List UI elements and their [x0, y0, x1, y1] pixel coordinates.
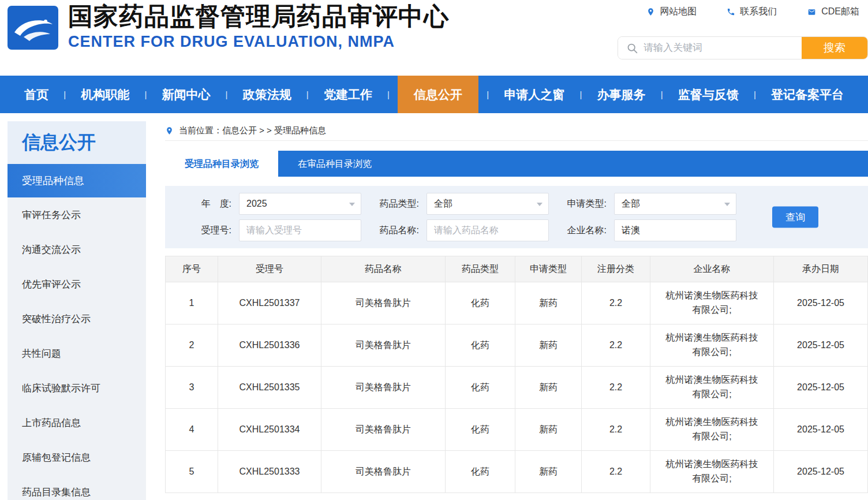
- nav-separator: |: [306, 89, 309, 99]
- accept-no-input[interactable]: [239, 219, 361, 241]
- header-link-3[interactable]: CDE邮箱: [807, 6, 859, 18]
- nav-separator: |: [487, 89, 489, 99]
- header-link-label: 网站地图: [660, 6, 697, 18]
- header-link-2[interactable]: 联系我们: [727, 6, 777, 18]
- drug-name-filter: 药品名称:: [361, 219, 549, 241]
- nav-item-8[interactable]: 办事服务: [590, 76, 653, 113]
- tab-bar: 受理品种目录浏览在审品种目录浏览: [165, 151, 868, 177]
- sidebar-item-3[interactable]: 沟通交流公示: [8, 232, 146, 267]
- table-row: 2CXHL2501336司美格鲁肽片化药新药2.2杭州诺澳生物医药科技有限公司;…: [166, 324, 868, 367]
- nav-separator: |: [63, 89, 66, 99]
- sidebar-item-10[interactable]: 药品目录集信息: [8, 475, 146, 500]
- drug-name-input[interactable]: [426, 219, 549, 241]
- table-cell: 司美格鲁肽片: [321, 282, 446, 324]
- nav-item-3[interactable]: 新闻中心: [155, 76, 217, 113]
- search-button[interactable]: 搜索: [802, 37, 867, 59]
- year-select[interactable]: 2025: [239, 193, 361, 215]
- apply-type-select-value: 全部: [622, 198, 640, 210]
- table-header-6: 注册分类: [582, 256, 650, 282]
- sidebar-item-2[interactable]: 审评任务公示: [8, 197, 146, 232]
- chevron-down-icon: [724, 203, 730, 206]
- nav-item-4[interactable]: 政策法规: [236, 76, 298, 113]
- sidebar-item-8[interactable]: 上市药品信息: [8, 405, 146, 440]
- sidebar-title: 信息公开: [8, 121, 146, 164]
- accept-no-filter: 受理号:: [165, 219, 361, 241]
- table-cell: CXHL2501335: [218, 367, 321, 409]
- header-link-label: 联系我们: [740, 6, 777, 18]
- breadcrumb-text: 当前位置：信息公开 > > 受理品种信息: [179, 125, 326, 136]
- table-header-row: 序号受理号药品名称药品类型申请类型注册分类企业名称承办日期: [166, 256, 868, 282]
- table-cell: 化药: [446, 282, 515, 324]
- breadcrumb: 当前位置：信息公开 > > 受理品种信息: [165, 121, 868, 141]
- site-logo: [8, 6, 58, 50]
- table-cell: 2: [166, 324, 218, 367]
- table-cell: 杭州诺澳生物医药科技有限公司;: [650, 367, 774, 409]
- table-cell: 化药: [446, 451, 515, 493]
- table-cell: CXHL2501334: [218, 409, 321, 451]
- table-cell: 新药: [515, 282, 582, 324]
- filter-row-2: 受理号: 药品名称: 企业名称:: [165, 219, 868, 241]
- year-select-value: 2025: [246, 199, 267, 209]
- tab-2[interactable]: 在审品种目录浏览: [278, 151, 391, 177]
- results-table: 序号受理号药品名称药品类型申请类型注册分类企业名称承办日期 1CXHL25013…: [165, 256, 868, 493]
- table-cell: 2.2: [582, 451, 650, 493]
- drug-type-select[interactable]: 全部: [426, 193, 549, 215]
- tab-1[interactable]: 受理品种目录浏览: [165, 151, 278, 177]
- table-cell: 2.2: [582, 367, 650, 409]
- table-cell: 2.2: [582, 324, 650, 367]
- apply-type-label: 申请类型:: [549, 198, 614, 210]
- sidebar-item-6[interactable]: 共性问题: [8, 336, 146, 371]
- sidebar-item-1[interactable]: 受理品种信息: [8, 164, 146, 197]
- nav-item-7[interactable]: 申请人之窗: [497, 76, 571, 113]
- nav-item-10[interactable]: 登记备案平台: [764, 76, 851, 113]
- company-input[interactable]: [614, 219, 736, 241]
- table-cell: 新药: [515, 324, 582, 367]
- sidebar-items: 受理品种信息审评任务公示沟通交流公示优先审评公示突破性治疗公示共性问题临床试验默…: [8, 164, 146, 500]
- title-block: 国家药品监督管理局药品审评中心 CENTER FOR DRUG EVALUATI…: [68, 2, 449, 51]
- sidebar-item-4[interactable]: 优先审评公示: [8, 267, 146, 301]
- query-button[interactable]: 查询: [772, 207, 818, 228]
- table-cell: CXHL2501333: [218, 451, 321, 493]
- chevron-down-icon: [537, 203, 542, 206]
- nav-item-2[interactable]: 机构职能: [74, 76, 136, 113]
- company-filter: 企业名称:: [549, 219, 736, 241]
- cde-logo-icon: [8, 6, 58, 50]
- table-header-8: 承办日期: [774, 256, 868, 282]
- year-filter: 年 度: 2025: [165, 193, 361, 215]
- table-cell: 2.2: [582, 409, 650, 451]
- nav-item-5[interactable]: 党建工作: [317, 76, 379, 113]
- table-header-2: 受理号: [218, 256, 321, 282]
- envelope-icon: [807, 8, 817, 16]
- drug-type-filter: 药品类型: 全部: [361, 193, 549, 215]
- nav-item-1[interactable]: 首页: [17, 76, 55, 113]
- table-cell: 杭州诺澳生物医药科技有限公司;: [650, 451, 774, 493]
- sidebar-item-9[interactable]: 原辅包登记信息: [8, 440, 146, 475]
- nav-item-6[interactable]: 信息公开: [398, 76, 478, 113]
- search-icon: [626, 42, 638, 54]
- nav-separator: |: [579, 89, 582, 99]
- table-cell: CXHL2501337: [218, 282, 321, 324]
- table-row: 3CXHL2501335司美格鲁肽片化药新药2.2杭州诺澳生物医药科技有限公司;…: [166, 367, 868, 409]
- filter-panel: 年 度: 2025 药品类型: 全部 申请类型: 全部: [165, 186, 868, 248]
- table-cell: 化药: [446, 324, 515, 367]
- sidebar-item-7[interactable]: 临床试验默示许可: [8, 371, 146, 405]
- table-cell: 3: [166, 367, 218, 409]
- nav-separator: |: [661, 89, 663, 99]
- nav-separator: |: [387, 89, 390, 99]
- header-link-1[interactable]: 网站地图: [646, 6, 697, 18]
- filter-row-1: 年 度: 2025 药品类型: 全部 申请类型: 全部: [165, 193, 868, 215]
- table-cell: 司美格鲁肽片: [321, 409, 446, 451]
- table-cell: 新药: [515, 451, 582, 493]
- search-input[interactable]: [618, 37, 802, 59]
- table-header-3: 药品名称: [321, 256, 446, 282]
- nav-item-9[interactable]: 监督与反馈: [671, 76, 746, 113]
- table-cell: 杭州诺澳生物医药科技有限公司;: [650, 324, 774, 367]
- table-cell: 4: [166, 409, 218, 451]
- apply-type-select[interactable]: 全部: [614, 193, 736, 215]
- site-header: 国家药品监督管理局药品审评中心 CENTER FOR DRUG EVALUATI…: [0, 0, 868, 76]
- table-cell: 5: [166, 451, 218, 493]
- sidebar-item-5[interactable]: 突破性治疗公示: [8, 301, 146, 336]
- main-nav: 首页|机构职能|新闻中心|政策法规|党建工作|信息公开|申请人之窗|办事服务|监…: [0, 76, 868, 113]
- table-cell: 新药: [515, 367, 582, 409]
- nav-separator: |: [754, 89, 756, 99]
